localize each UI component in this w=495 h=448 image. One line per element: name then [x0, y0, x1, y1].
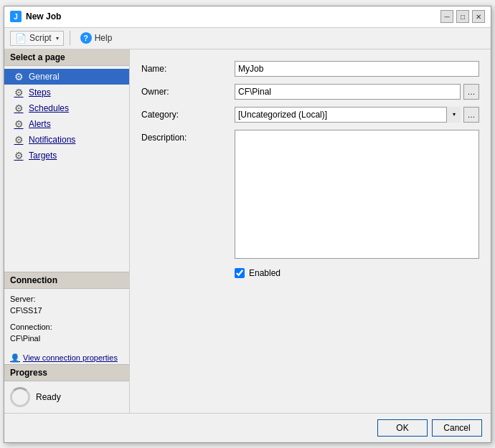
sidebar-item-notifications[interactable]: ⚙ Notifications — [4, 132, 129, 148]
category-label: Category: — [141, 110, 235, 120]
dialog-footer: OK Cancel — [4, 413, 491, 442]
sidebar-item-alerts[interactable]: ⚙ Alerts — [4, 116, 129, 132]
alerts-icon: ⚙ — [13, 118, 24, 130]
content-area: Select a page ⚙ General ⚙ Steps ⚙ Schedu… — [4, 49, 491, 413]
general-icon: ⚙ — [13, 71, 24, 82]
sidebar-item-general[interactable]: ⚙ General — [4, 69, 129, 85]
enabled-checkbox[interactable] — [235, 268, 245, 278]
view-connection-properties-link[interactable]: 👤 View connection properties — [4, 352, 129, 364]
description-area — [235, 130, 479, 261]
help-label: Help — [95, 33, 113, 43]
toolbar-separator — [70, 31, 70, 45]
progress-status: Ready — [36, 392, 61, 402]
ok-button[interactable]: OK — [377, 419, 428, 437]
category-input[interactable] — [235, 107, 461, 123]
script-button[interactable]: 📄 Script ▾ — [10, 31, 64, 46]
title-bar: J New Job ─ □ ✕ — [4, 6, 491, 28]
sidebar-item-label: Steps — [29, 87, 51, 97]
category-row: Category: ▾ … — [141, 107, 479, 123]
sidebar-item-schedules[interactable]: ⚙ Schedules — [4, 100, 129, 116]
category-browse-button[interactable]: … — [463, 107, 479, 123]
title-bar-left: J New Job — [10, 11, 61, 22]
minimize-button[interactable]: ─ — [440, 10, 453, 23]
targets-icon: ⚙ — [13, 150, 24, 161]
owner-control: … — [235, 84, 479, 100]
server-label: Server: CF\SS17 — [10, 293, 123, 317]
sidebar-item-label: Schedules — [29, 103, 69, 113]
script-label: Script — [29, 33, 52, 43]
script-dropdown-arrow: ▾ — [56, 35, 59, 42]
connection-section-title: Connection — [4, 272, 129, 289]
sidebar-item-targets[interactable]: ⚙ Targets — [4, 148, 129, 163]
sidebar-item-label: Targets — [29, 151, 57, 161]
sidebar-item-label: General — [29, 72, 60, 82]
title-bar-controls: ─ □ ✕ — [440, 10, 485, 23]
main-panel: Name: Owner: … Category: ▾ — [130, 49, 491, 413]
connection-link-icon: 👤 — [10, 353, 20, 363]
category-combo-wrap: ▾ — [235, 107, 461, 123]
help-button[interactable]: ? Help — [76, 31, 117, 45]
sidebar-bottom: Connection Server: CF\SS17 Connection: C… — [4, 272, 129, 364]
server-value: CF\SS17 — [10, 306, 42, 315]
sidebar-item-steps[interactable]: ⚙ Steps — [4, 85, 129, 100]
progress-section: Progress Ready — [4, 364, 129, 413]
owner-row: Owner: … — [141, 84, 479, 100]
close-button[interactable]: ✕ — [472, 10, 485, 23]
name-label: Name: — [141, 64, 235, 74]
new-job-dialog: J New Job ─ □ ✕ 📄 Script ▾ ? Help Select… — [4, 6, 491, 443]
window-title: New Job — [26, 11, 61, 22]
description-row: Description: — [141, 130, 479, 261]
toolbar: 📄 Script ▾ ? Help — [4, 28, 491, 49]
enabled-row: Enabled — [141, 268, 479, 278]
connection-info: Server: CF\SS17 Connection: CF\Pinal — [4, 289, 129, 349]
script-icon: 📄 — [15, 33, 27, 44]
name-row: Name: — [141, 61, 479, 77]
name-control — [235, 61, 479, 77]
category-dropdown-arrow[interactable]: ▾ — [446, 107, 461, 123]
sidebar-section-title: Select a page — [4, 49, 129, 66]
connection-link-text: View connection properties — [23, 353, 118, 362]
description-textarea[interactable] — [235, 130, 479, 259]
enabled-label: Enabled — [249, 268, 280, 278]
progress-content: Ready — [4, 381, 129, 413]
owner-input[interactable] — [235, 84, 461, 100]
category-control: ▾ … — [235, 107, 479, 123]
cancel-button[interactable]: Cancel — [432, 419, 482, 437]
schedules-icon: ⚙ — [13, 103, 24, 114]
owner-label: Owner: — [141, 87, 235, 97]
maximize-button[interactable]: □ — [456, 10, 469, 23]
app-icon: J — [10, 11, 22, 22]
connection-label: Connection: CF\Pinal — [10, 321, 123, 345]
notifications-icon: ⚙ — [13, 134, 24, 146]
description-label: Description: — [141, 130, 235, 143]
sidebar-item-label: Notifications — [29, 135, 75, 145]
steps-icon: ⚙ — [13, 87, 24, 98]
progress-spinner — [10, 387, 30, 407]
owner-browse-button[interactable]: … — [463, 84, 479, 100]
help-icon: ? — [80, 32, 92, 44]
connection-value: CF\Pinal — [10, 334, 40, 343]
name-input[interactable] — [235, 61, 479, 77]
progress-section-title: Progress — [4, 365, 129, 381]
sidebar: Select a page ⚙ General ⚙ Steps ⚙ Schedu… — [4, 49, 130, 413]
sidebar-items: ⚙ General ⚙ Steps ⚙ Schedules ⚙ Alerts ⚙ — [4, 66, 129, 272]
sidebar-item-label: Alerts — [29, 119, 51, 129]
